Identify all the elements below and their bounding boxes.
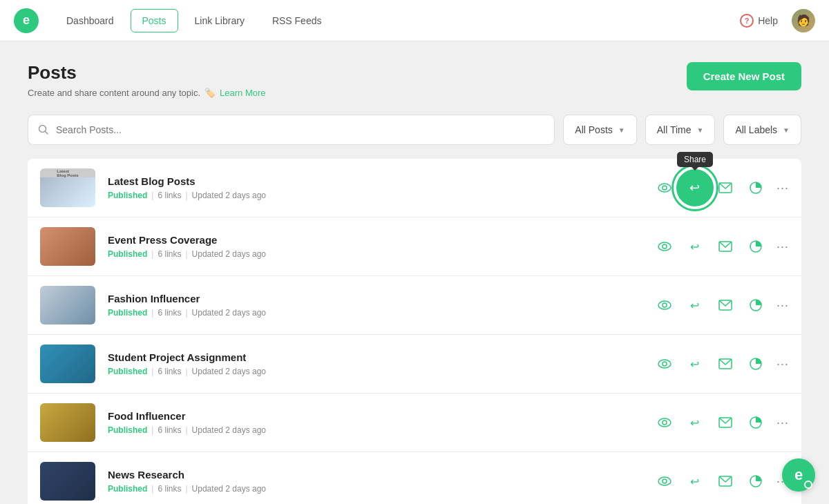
status-badge: Published — [108, 367, 147, 376]
share-icon[interactable]: ↩ — [685, 295, 705, 315]
post-thumbnail — [40, 403, 95, 442]
post-links: 6 links — [158, 191, 181, 200]
help-label: Help — [758, 15, 778, 26]
chart-icon[interactable] — [746, 295, 765, 315]
post-meta: Published | 6 links | Updated 2 days ago — [108, 367, 655, 376]
email-icon[interactable] — [716, 178, 735, 197]
chart-icon[interactable] — [746, 472, 765, 491]
more-options-icon[interactable]: ··· — [776, 357, 789, 371]
help-button[interactable]: ? Help — [740, 14, 778, 28]
svg-point-3 — [663, 186, 667, 190]
more-options-icon[interactable]: ··· — [776, 416, 789, 430]
post-links: 6 links — [158, 425, 181, 435]
search-input[interactable] — [56, 124, 544, 135]
view-icon[interactable] — [655, 413, 674, 432]
view-icon[interactable] — [655, 295, 674, 315]
share-icon[interactable]: ↩ — [685, 472, 705, 491]
svg-point-23 — [663, 479, 667, 483]
status-badge: Published — [108, 249, 147, 259]
nav-link-library[interactable]: Link Library — [184, 10, 256, 32]
svg-point-22 — [658, 477, 671, 485]
post-name: Student Project Assignment — [108, 351, 655, 363]
share-circle: ↩ — [674, 166, 716, 209]
nav-rss-feeds[interactable]: RSS Feeds — [261, 10, 333, 32]
post-info: News Research Published | 6 links | Upda… — [108, 469, 655, 494]
chart-icon[interactable] — [746, 178, 765, 197]
share-tooltip: Share — [677, 152, 713, 167]
post-name: News Research — [108, 469, 655, 481]
post-info: Event Press Coverage Published | 6 links… — [108, 234, 655, 259]
svg-point-10 — [658, 301, 671, 309]
email-icon[interactable] — [716, 295, 735, 315]
chart-icon[interactable] — [746, 237, 765, 256]
post-item-news-research[interactable]: News Research Published | 6 links | Upda… — [28, 452, 801, 504]
svg-line-1 — [46, 132, 48, 135]
post-meta: Published | 6 links | Updated 2 days ago — [108, 308, 655, 318]
subtitle-emoji: 🏷️ — [204, 88, 216, 98]
post-name: Event Press Coverage — [108, 234, 655, 246]
post-name: Food Influencer — [108, 410, 655, 422]
share-icon[interactable]: ↩ — [685, 413, 705, 432]
view-icon[interactable] — [655, 472, 674, 491]
chevron-down-icon: ▼ — [618, 126, 625, 134]
more-options-icon[interactable]: ··· — [776, 240, 789, 254]
post-list: LatestBlog Posts Latest Blog Posts Publi… — [28, 159, 801, 504]
post-actions: ↩ ··· — [655, 472, 789, 491]
post-links: 6 links — [158, 308, 181, 318]
user-avatar[interactable]: 🧑 — [792, 9, 815, 32]
post-item-latest-blog-posts[interactable]: LatestBlog Posts Latest Blog Posts Publi… — [28, 159, 801, 217]
page-title: Posts — [28, 62, 266, 84]
chevron-down-icon: ▼ — [696, 126, 703, 134]
post-thumbnail: LatestBlog Posts — [40, 168, 95, 207]
post-thumbnail — [40, 462, 95, 501]
email-icon[interactable] — [716, 472, 735, 491]
post-thumbnail — [40, 345, 95, 383]
status-badge: Published — [108, 191, 147, 200]
search-filter-row: All Posts ▼ All Time ▼ All Labels ▼ — [28, 115, 801, 145]
post-actions: ↩ ··· — [655, 295, 789, 315]
post-name: Fashion Influencer — [108, 293, 655, 304]
all-labels-filter[interactable]: All Labels ▼ — [723, 115, 801, 145]
online-indicator — [804, 481, 812, 489]
view-icon[interactable] — [655, 237, 674, 256]
status-badge: Published — [108, 308, 147, 318]
chart-icon[interactable] — [746, 413, 765, 432]
create-new-post-button[interactable]: Create New Post — [687, 62, 801, 90]
view-icon[interactable] — [655, 178, 674, 197]
all-posts-filter[interactable]: All Posts ▼ — [563, 115, 636, 145]
post-actions: ↩ ··· — [655, 413, 789, 432]
post-info: Latest Blog Posts Published | 6 links | … — [108, 175, 655, 200]
all-time-filter[interactable]: All Time ▼ — [645, 115, 716, 145]
share-action-highlighted[interactable]: ↩ Share — [685, 178, 705, 197]
email-icon[interactable] — [716, 237, 735, 256]
svg-point-2 — [658, 184, 671, 192]
app-logo[interactable]: e — [14, 8, 39, 33]
post-item-student-project-assignment[interactable]: Student Project Assignment Published | 6… — [28, 335, 801, 394]
post-info: Fashion Influencer Published | 6 links |… — [108, 293, 655, 318]
post-item-fashion-influencer[interactable]: Fashion Influencer Published | 6 links |… — [28, 276, 801, 335]
chart-icon[interactable] — [746, 354, 765, 374]
chevron-down-icon: ▼ — [783, 126, 790, 134]
svg-point-11 — [663, 303, 667, 307]
post-item-event-press-coverage[interactable]: Event Press Coverage Published | 6 links… — [28, 217, 801, 276]
search-icon — [38, 124, 49, 135]
post-links: 6 links — [158, 484, 181, 494]
nav-dashboard[interactable]: Dashboard — [55, 10, 125, 32]
main-content: Posts Create and share content around an… — [0, 41, 829, 504]
post-links: 6 links — [158, 367, 181, 376]
post-info: Food Influencer Published | 6 links | Up… — [108, 410, 655, 435]
email-icon[interactable] — [716, 413, 735, 432]
more-options-icon[interactable]: ··· — [776, 298, 789, 313]
share-icon[interactable]: ↩ — [685, 237, 705, 256]
share-icon[interactable]: ↩ — [685, 354, 705, 374]
email-icon[interactable] — [716, 354, 735, 374]
navbar: e Dashboard Posts Link Library RSS Feeds… — [0, 0, 829, 41]
subtitle-text: Create and share content around any topi… — [28, 88, 200, 98]
more-options-icon[interactable]: ··· — [776, 181, 789, 195]
post-item-food-influencer[interactable]: Food Influencer Published | 6 links | Up… — [28, 394, 801, 452]
post-meta: Published | 6 links | Updated 2 days ago — [108, 425, 655, 435]
view-icon[interactable] — [655, 354, 674, 374]
nav-posts[interactable]: Posts — [131, 9, 178, 32]
post-actions: ↩ Share ··· — [655, 178, 789, 197]
learn-more-link[interactable]: Learn More — [220, 88, 265, 98]
